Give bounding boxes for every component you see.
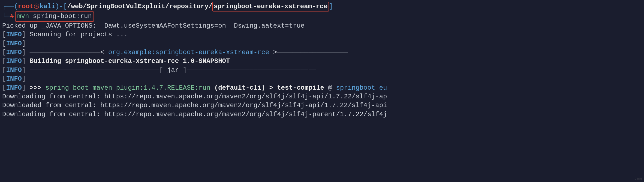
default-cli: (default-cli) > test-compile [214, 84, 324, 92]
output-jar: [INFO] ─────────────────────────────────… [2, 66, 642, 75]
cmd-args: spring-boot:run [29, 13, 92, 20]
path-prefix: /web/SpringBootVulExploit/repository/ [67, 2, 212, 11]
output-download-1: Downloading from central: https://repo.m… [2, 92, 642, 101]
scanning-text: Scanning for projects ... [26, 31, 128, 38]
output-scanning: [INFO] Scanning for projects ... [2, 30, 642, 39]
jar-line: ─────────────────────────────────[ jar ]… [26, 66, 316, 74]
terminal-output[interactable]: ┌──(root㉿kali)-[/web/SpringBootVulExploi… [2, 2, 642, 119]
hash: # [10, 12, 14, 21]
output-download-2: Downloaded from central: https://repo.ma… [2, 101, 642, 110]
dash: - [59, 2, 63, 11]
folder-highlight: springboot-eureka-xstream-rce [212, 2, 329, 11]
at: @ [324, 84, 336, 92]
plugin-text: spring-boot-maven-plugin:1.4.7.RELEASE:r… [41, 84, 214, 92]
output-project-header: [INFO] ──────────────────< org.example:s… [2, 48, 642, 57]
prompt-line-1: ┌──(root㉿kali)-[/web/SpringBootVulExploi… [2, 2, 642, 11]
project-name: org.example:springboot-eureka-xstream-rc… [108, 49, 269, 56]
branch-prefix: ┌──( [2, 2, 18, 11]
sep-left: ──────────────────< [26, 49, 108, 56]
arrows: >>> [30, 84, 41, 92]
skull-icon: ㉿ [34, 2, 40, 11]
output-download-3: Downloading from central: https://repo.m… [2, 110, 642, 119]
host: kali [40, 2, 55, 11]
output-info-blank-2: [INFO] [2, 75, 642, 83]
user: root [18, 2, 34, 11]
output-building: [INFO] Building springboot-eureka-xstrea… [2, 57, 642, 66]
prompt-line-2: └─#mvn spring-boot:run [2, 11, 642, 21]
output-java-options: Picked up _JAVA_OPTIONS: -Dawt.useSystem… [2, 22, 642, 30]
output-plugin: [INFO] >>> spring-boot-maven-plugin:1.4.… [2, 84, 642, 92]
bracket-open: [ [63, 2, 67, 11]
building-text: Building springboot-eureka-xstream-rce 1… [30, 57, 230, 65]
sep-right: >────────────────── [269, 49, 348, 56]
cmd-mvn: mvn [17, 13, 29, 20]
command-highlight: mvn spring-boot:run [15, 11, 94, 21]
info-tag: INFO [6, 31, 22, 38]
project-short: springboot-eu [336, 84, 387, 92]
paren-close: ) [55, 2, 59, 11]
output-info-blank-1: [INFO] [2, 39, 642, 48]
branch-prefix-2: └─ [2, 12, 10, 21]
bracket-close: ] [329, 2, 333, 11]
